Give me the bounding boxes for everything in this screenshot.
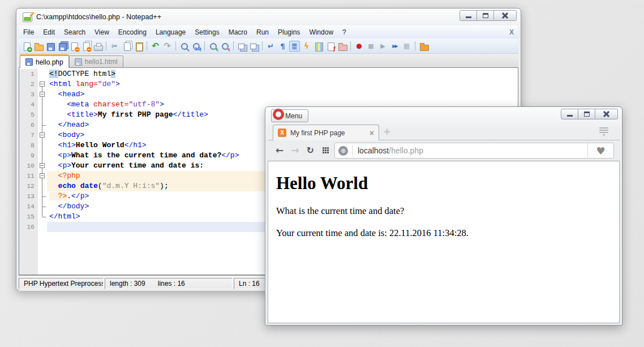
- line-number: 3: [19, 89, 38, 100]
- macro-run-multiple-icon[interactable]: ▶▶: [389, 41, 400, 52]
- document-close-icon[interactable]: X: [509, 28, 514, 36]
- fold-toggle-icon[interactable]: [38, 130, 47, 140]
- minimize-button[interactable]: [460, 10, 477, 21]
- close-all-icon[interactable]: −: [80, 41, 91, 52]
- macro-save-icon[interactable]: ▦: [401, 41, 412, 52]
- menu-item-plugins[interactable]: Plugins: [273, 27, 304, 38]
- sync-vertical-scroll-icon[interactable]: [237, 41, 247, 52]
- undo-icon[interactable]: ↶: [150, 41, 161, 52]
- bookmark-heart-button[interactable]: ♥: [587, 143, 613, 158]
- close-button[interactable]: [493, 10, 517, 21]
- line-number: 10: [19, 161, 38, 171]
- notepadpp-app-icon: [23, 12, 32, 22]
- editor-tab-hello1.html[interactable]: hello1.html: [69, 55, 123, 67]
- menu-item-window[interactable]: Window: [304, 27, 338, 38]
- minimize-button[interactable]: [561, 109, 578, 119]
- npp-toolbar: +−−✂↶↷ab+−↵¶≣ϟƒ●■▶▶▶▦: [19, 38, 518, 54]
- zoom-in-icon[interactable]: +: [208, 41, 218, 52]
- fold-toggle-icon[interactable]: [38, 171, 47, 181]
- menu-item-search[interactable]: Search: [59, 27, 90, 38]
- back-button[interactable]: ←: [276, 144, 284, 156]
- notepadpp-titlebar[interactable]: C:\xampp\htdocs\hello.php - Notepad++: [19, 8, 518, 25]
- menu-item-help[interactable]: ?: [338, 27, 351, 38]
- menu-item-file[interactable]: File: [19, 27, 38, 38]
- tab-menu-icon[interactable]: ▼: [599, 127, 608, 136]
- cut-icon[interactable]: ✂: [109, 41, 120, 52]
- menu-item-settings[interactable]: Settings: [190, 27, 224, 38]
- tab-close-icon[interactable]: ×: [370, 128, 374, 138]
- document-map-icon[interactable]: [313, 41, 324, 52]
- close-file-icon[interactable]: −: [68, 41, 79, 52]
- fold-margin: [38, 222, 47, 232]
- browser-window-controls: [561, 109, 618, 119]
- minimize-icon: [567, 115, 573, 117]
- menu-item-edit[interactable]: Edit: [38, 27, 59, 38]
- menu-item-language[interactable]: Language: [151, 27, 190, 38]
- code-text[interactable]: <!DOCTYPE html>: [47, 69, 518, 79]
- code-text[interactable]: <head>: [47, 89, 518, 100]
- new-tab-button[interactable]: +: [384, 126, 390, 139]
- opera-menu-button[interactable]: Menu: [271, 109, 308, 122]
- desktop: C:\xampp\htdocs\hello.php - Notepad++ Fi…: [0, 0, 644, 347]
- function-list-icon[interactable]: ƒ: [325, 41, 336, 52]
- paste-icon[interactable]: [133, 41, 144, 52]
- menu-item-encoding[interactable]: Encoding: [114, 27, 151, 38]
- open-file-icon[interactable]: [33, 41, 44, 52]
- word-wrap-icon[interactable]: ↵: [265, 41, 276, 52]
- restore-button[interactable]: [578, 109, 595, 119]
- window-title: C:\xampp\htdocs\hello.php - Notepad++: [36, 13, 161, 21]
- macro-play-icon[interactable]: ▶: [377, 41, 388, 52]
- heart-icon: ♥: [596, 145, 605, 157]
- save-file-icon[interactable]: [45, 41, 55, 52]
- show-all-characters-icon[interactable]: ¶: [277, 41, 288, 52]
- code-line-3: 3 <head>: [19, 89, 518, 100]
- folder-as-workspace-icon[interactable]: [337, 41, 347, 52]
- line-number: 6: [19, 120, 38, 130]
- fold-toggle-icon[interactable]: [38, 161, 47, 171]
- address-divider: [352, 145, 353, 156]
- menu-item-macro[interactable]: Macro: [224, 27, 252, 38]
- restore-icon: [584, 112, 590, 117]
- editor-tab-hello.php[interactable]: hello.php: [20, 54, 69, 68]
- browser-tab-my-first-php-page[interactable]: X My first PHP page ×: [273, 125, 379, 140]
- show-indent-guide-icon[interactable]: ≣: [289, 41, 300, 52]
- new-file-icon[interactable]: +: [21, 41, 32, 52]
- copy-icon[interactable]: [121, 41, 132, 52]
- forward-button[interactable]: →: [291, 144, 299, 156]
- menu-item-run[interactable]: Run: [252, 27, 273, 38]
- macro-record-icon[interactable]: ●: [354, 41, 364, 52]
- close-button[interactable]: [595, 109, 618, 119]
- print-icon[interactable]: [92, 41, 103, 52]
- save-all-icon[interactable]: [57, 41, 67, 52]
- reload-button[interactable]: ↻: [307, 145, 314, 156]
- find-icon[interactable]: [179, 41, 190, 52]
- url-host: localhost: [358, 146, 389, 155]
- code-line-1: 1<!DOCTYPE html>: [19, 69, 518, 79]
- speed-dial-icon[interactable]: [323, 147, 329, 153]
- address-bar[interactable]: ⊕ localhost/hello.php ♥: [334, 143, 614, 158]
- zoom-out-icon[interactable]: −: [220, 41, 230, 52]
- monitoring-folder-icon[interactable]: [418, 41, 429, 52]
- line-number: 4: [19, 100, 38, 110]
- restore-icon: [483, 13, 488, 18]
- replace-icon[interactable]: ab: [191, 41, 201, 52]
- fold-margin: [38, 202, 47, 212]
- menu-item-view[interactable]: View: [90, 27, 114, 38]
- fold-toggle-icon[interactable]: [38, 89, 47, 100]
- user-defined-dialog-icon[interactable]: ϟ: [301, 41, 312, 52]
- toolbar-separator: [147, 41, 147, 50]
- code-text[interactable]: <html lang="de">: [47, 79, 518, 89]
- restore-button[interactable]: [476, 10, 494, 21]
- fold-margin: [38, 69, 47, 79]
- redo-icon[interactable]: ↷: [162, 41, 173, 52]
- browser-toolbar: ← → ↻ ⊕ localhost/hello.php ♥: [268, 140, 620, 161]
- macro-stop-icon[interactable]: ■: [366, 41, 376, 52]
- fold-margin: [38, 191, 47, 202]
- fold-toggle-icon[interactable]: [38, 79, 47, 89]
- site-badge-icon[interactable]: ⊕: [338, 146, 348, 156]
- code-line-2: 2<html lang="de">: [19, 79, 518, 89]
- fold-margin: [38, 120, 47, 130]
- line-number: 1: [19, 69, 38, 79]
- sync-horizontal-scroll-icon[interactable]: [248, 41, 259, 52]
- npp-menubar: FileEditSearchViewEncodingLanguageSettin…: [19, 25, 518, 38]
